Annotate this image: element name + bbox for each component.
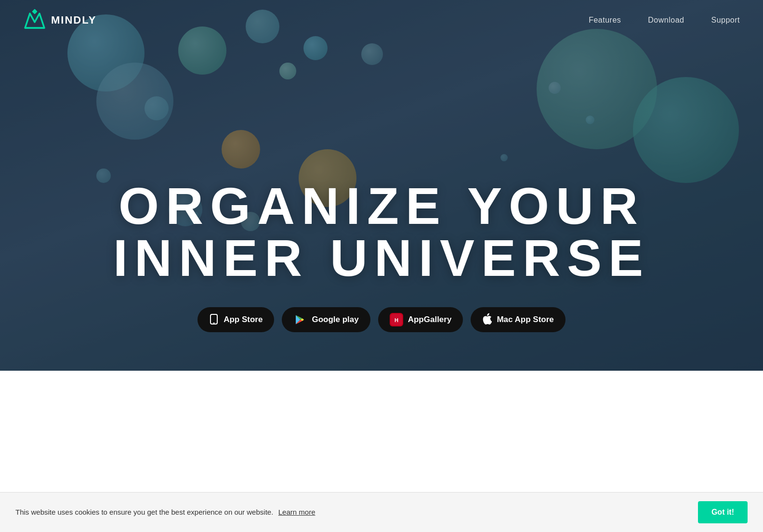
huawei-icon: H bbox=[390, 313, 403, 326]
navigation: MINDLY Features Download Support bbox=[0, 0, 763, 40]
hero-section: ORGANIZE YOUR INNER UNIVERSE App Store bbox=[0, 0, 763, 371]
svg-rect-2 bbox=[32, 9, 37, 14]
cookie-learn-more-link[interactable]: Learn more bbox=[278, 508, 316, 516]
cookie-accept-button[interactable]: Got it! bbox=[698, 501, 748, 523]
cookie-message: This website uses cookies to ensure you … bbox=[15, 508, 273, 516]
logo-icon bbox=[23, 9, 46, 32]
nav-features[interactable]: Features bbox=[589, 16, 621, 24]
phone-icon bbox=[209, 314, 219, 326]
mac-app-store-button[interactable]: Mac App Store bbox=[471, 307, 565, 332]
google-play-button[interactable]: Google play bbox=[282, 307, 370, 332]
store-buttons: App Store Google play bbox=[113, 307, 650, 332]
nav-download[interactable]: Download bbox=[648, 16, 684, 24]
app-gallery-button[interactable]: H AppGallery bbox=[378, 307, 463, 332]
app-store-button[interactable]: App Store bbox=[197, 307, 274, 332]
nav-support[interactable]: Support bbox=[711, 16, 740, 24]
nav-links: Features Download Support bbox=[589, 16, 740, 25]
app-store-label: App Store bbox=[224, 315, 263, 324]
svg-rect-4 bbox=[213, 323, 215, 324]
cookie-banner: This website uses cookies to ensure you … bbox=[0, 492, 763, 532]
svg-marker-0 bbox=[25, 13, 44, 28]
svg-text:H: H bbox=[395, 317, 398, 323]
google-play-icon bbox=[293, 313, 307, 326]
cookie-message-area: This website uses cookies to ensure you … bbox=[15, 508, 315, 517]
apple-icon bbox=[482, 313, 492, 326]
logo-text: MINDLY bbox=[51, 14, 96, 26]
logo-link[interactable]: MINDLY bbox=[23, 9, 96, 32]
mac-app-store-label: Mac App Store bbox=[497, 315, 553, 324]
hero-content: ORGANIZE YOUR INNER UNIVERSE App Store bbox=[113, 180, 650, 332]
hero-headline: ORGANIZE YOUR INNER UNIVERSE bbox=[113, 180, 650, 284]
app-gallery-label: AppGallery bbox=[408, 315, 452, 324]
google-play-label: Google play bbox=[312, 315, 358, 324]
